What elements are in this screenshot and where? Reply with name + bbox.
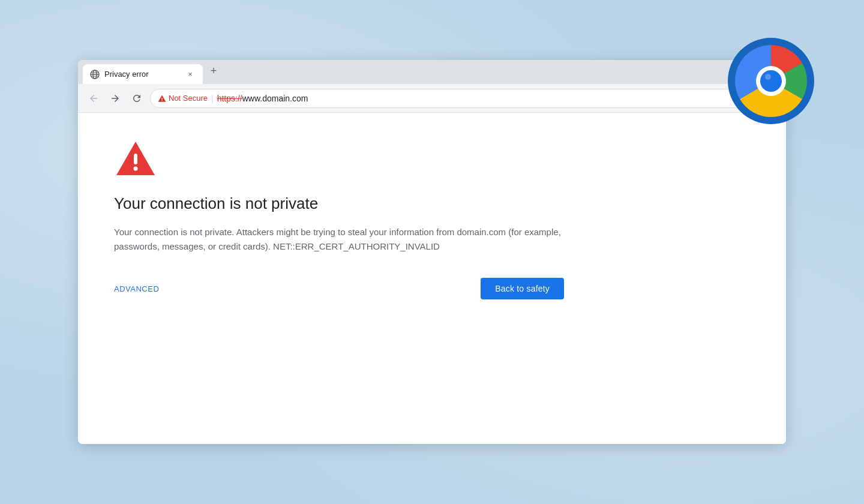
error-title: Your connection is not private [114, 194, 564, 213]
svg-point-12 [760, 70, 782, 92]
back-to-safety-button[interactable]: Back to safety [481, 278, 564, 299]
tab-close-button[interactable]: × [185, 69, 196, 80]
tab-bar: Privacy error × + [78, 60, 786, 84]
tab-favicon-icon [90, 70, 100, 79]
omnibox[interactable]: Not Secure | https://www.domain.com [150, 89, 779, 108]
svg-rect-5 [161, 98, 162, 100]
not-secure-badge: Not Secure [158, 94, 208, 103]
reload-button[interactable] [128, 90, 145, 107]
error-actions: ADVANCED Back to safety [114, 278, 564, 299]
svg-point-6 [161, 100, 162, 101]
danger-triangle-icon [114, 137, 157, 180]
not-secure-text: Not Secure [169, 94, 208, 103]
address-bar: Not Secure | https://www.domain.com [78, 84, 786, 113]
chrome-logo-icon [726, 36, 816, 126]
advanced-link[interactable]: ADVANCED [114, 284, 159, 293]
svg-point-13 [765, 74, 771, 80]
svg-rect-7 [134, 154, 137, 164]
error-icon [114, 137, 564, 182]
omnibox-divider: | [211, 94, 214, 103]
back-button[interactable] [85, 90, 102, 107]
forward-button[interactable] [107, 90, 124, 107]
svg-point-8 [134, 167, 138, 171]
chrome-logo [726, 36, 816, 126]
url-domain: www.domain.com [242, 94, 308, 103]
error-description: Your connection is not private. Attacker… [114, 225, 564, 254]
url-protocol: https:// [217, 94, 242, 103]
tab-title: Privacy error [104, 70, 180, 79]
page-content: Your connection is not private Your conn… [78, 113, 786, 444]
browser-tab[interactable]: Privacy error × [83, 64, 203, 84]
omnibox-url: https://www.domain.com [217, 94, 771, 103]
error-container: Your connection is not private Your conn… [114, 137, 564, 299]
new-tab-button[interactable]: + [205, 62, 222, 79]
browser-window: Privacy error × + Not Secure | [78, 60, 786, 444]
warning-icon [158, 94, 166, 103]
